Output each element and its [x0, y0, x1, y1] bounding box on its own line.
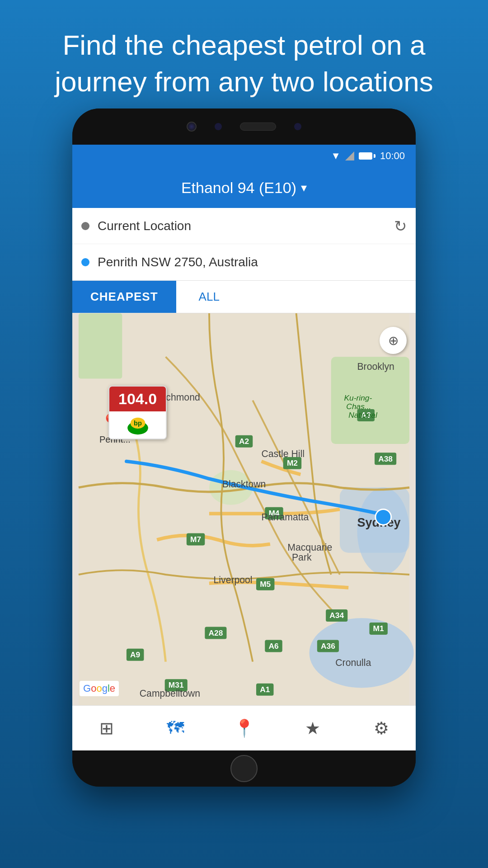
svg-text:Macquarie: Macquarie: [287, 542, 332, 553]
svg-point-51: [375, 509, 391, 525]
svg-text:A34: A34: [329, 611, 344, 620]
phone-top: [72, 108, 416, 145]
location-icon: 📍: [234, 718, 255, 738]
nav-map[interactable]: 🗺: [141, 718, 210, 738]
nav-home[interactable]: ⊞: [72, 718, 141, 738]
svg-text:A1: A1: [260, 685, 270, 694]
battery-icon: [359, 152, 375, 160]
svg-text:Park: Park: [292, 552, 312, 562]
bp-logo-icon: bp: [127, 415, 149, 435]
svg-text:Parramatta: Parramatta: [262, 512, 309, 522]
svg-rect-5: [79, 313, 122, 379]
settings-icon: ⚙: [374, 718, 389, 738]
from-row[interactable]: Current Location ↻: [72, 208, 416, 244]
phone-screen: ▼ 10:00 Ethanol 94 (E10) ▾ Current Locat…: [72, 145, 416, 750]
app-title[interactable]: Ethanol 94 (E10) ▾: [181, 179, 307, 197]
phone-bottom: [72, 750, 416, 787]
sensor: [215, 123, 222, 130]
price-value: 104.0: [109, 387, 166, 411]
tab-all[interactable]: ALL: [176, 281, 242, 313]
svg-text:A2: A2: [239, 437, 249, 446]
svg-text:Campbelltown: Campbelltown: [140, 688, 200, 699]
svg-text:Blacktown: Blacktown: [222, 479, 266, 489]
route-inputs: Current Location ↻ Penrith NSW 2750, Aus…: [72, 208, 416, 281]
tab-row: CHEAPEST ALL: [72, 281, 416, 313]
svg-text:A36: A36: [321, 642, 335, 651]
svg-text:Liverpool: Liverpool: [214, 575, 253, 585]
map-icon: 🗺: [167, 718, 184, 738]
svg-text:M5: M5: [260, 580, 271, 589]
google-logo: Google: [80, 681, 119, 696]
svg-text:Chas...: Chas...: [346, 402, 371, 411]
svg-text:A38: A38: [378, 454, 393, 463]
home-icon: ⊞: [99, 718, 114, 738]
svg-text:A28: A28: [208, 628, 223, 637]
from-input[interactable]: Current Location: [98, 219, 386, 233]
status-time: 10:00: [380, 150, 405, 162]
app-title-text: Ethanol 94 (E10): [181, 179, 296, 197]
speaker: [240, 123, 276, 131]
map-area[interactable]: A2 A3 A38 M2 M7 M4 M5: [72, 313, 416, 705]
nav-settings[interactable]: ⚙: [347, 718, 416, 738]
status-bar: ▼ 10:00: [72, 145, 416, 167]
svg-text:National: National: [348, 410, 378, 420]
svg-text:Brooklyn: Brooklyn: [357, 361, 394, 372]
dropdown-arrow-icon[interactable]: ▾: [301, 181, 307, 195]
svg-text:Ku-ring-: Ku-ring-: [344, 393, 372, 402]
sensor2: [294, 123, 301, 130]
refresh-icon[interactable]: ↻: [394, 217, 407, 235]
svg-text:M2: M2: [287, 458, 298, 467]
signal-icon: [345, 151, 354, 160]
nav-location[interactable]: 📍: [210, 718, 278, 738]
promo-text: Find the cheapest petrol on a journey fr…: [0, 0, 488, 123]
to-dot-icon: [81, 258, 89, 266]
status-icons: ▼ 10:00: [331, 150, 405, 162]
wifi-icon: ▼: [331, 150, 341, 162]
svg-text:A6: A6: [268, 642, 279, 651]
phone-shell: ▼ 10:00 Ethanol 94 (E10) ▾ Current Locat…: [72, 108, 416, 787]
nav-favorites[interactable]: ★: [278, 718, 347, 738]
svg-point-1: [310, 618, 414, 688]
svg-text:M1: M1: [373, 624, 384, 633]
tab-cheapest[interactable]: CHEAPEST: [72, 281, 176, 313]
svg-text:Cronulla: Cronulla: [335, 657, 371, 668]
from-dot-icon: [81, 222, 89, 230]
svg-text:M7: M7: [190, 535, 201, 544]
map-svg: A2 A3 A38 M2 M7 M4 M5: [72, 313, 416, 705]
favorites-icon: ★: [305, 718, 320, 738]
price-popup: 104.0 bp: [108, 386, 167, 439]
home-button[interactable]: [230, 755, 258, 782]
svg-text:Castle Hill: Castle Hill: [262, 448, 305, 459]
to-input[interactable]: Penrith NSW 2750, Australia: [98, 255, 407, 269]
svg-text:bp: bp: [134, 420, 142, 427]
to-row[interactable]: Penrith NSW 2750, Australia: [72, 244, 416, 280]
app-bar: Ethanol 94 (E10) ▾: [72, 167, 416, 208]
bottom-nav: ⊞ 🗺 📍 ★ ⚙: [72, 705, 416, 750]
camera: [187, 122, 197, 132]
svg-text:A9: A9: [130, 650, 140, 659]
bp-logo-container: bp: [109, 411, 166, 439]
gps-button[interactable]: ⊕: [380, 327, 407, 354]
